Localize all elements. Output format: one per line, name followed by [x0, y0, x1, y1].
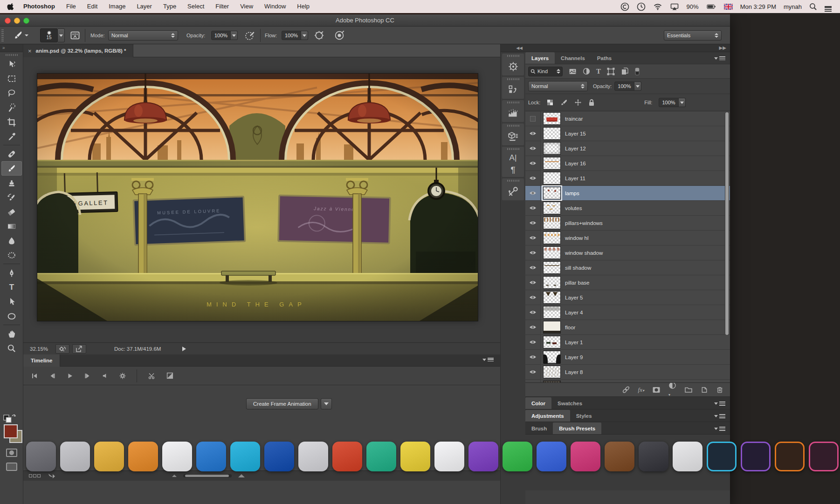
- options-grip[interactable]: [1, 27, 4, 44]
- gradient-tool[interactable]: [1, 219, 22, 233]
- dock-app-icon-12[interactable]: [400, 442, 430, 471]
- eyedropper-tool[interactable]: [1, 129, 22, 143]
- layer-visibility-eye-icon[interactable]: [525, 275, 541, 290]
- timeline-tab[interactable]: Timeline: [23, 354, 60, 367]
- layer-thumbnail[interactable]: [543, 321, 561, 334]
- layer-visibility-eye-icon[interactable]: [525, 186, 541, 200]
- dock-app-icon-17[interactable]: [571, 442, 600, 471]
- canvas-artwork[interactable]: MONTGALLET MUSEE DE LOUVRE Jazz à Vienne: [37, 74, 478, 321]
- layer-row-floor[interactable]: floor: [525, 320, 730, 335]
- layer-row-pillar-base[interactable]: pillar base: [525, 275, 730, 290]
- layer-visibility-eye-icon[interactable]: [525, 335, 541, 349]
- dock-app-icon-15[interactable]: [503, 442, 532, 471]
- dock-app-icon-1[interactable]: [26, 442, 56, 471]
- dock-app-icon-19[interactable]: [639, 442, 668, 471]
- layer-visibility-eye-icon[interactable]: [525, 320, 541, 334]
- threed-panel-group[interactable]: [502, 123, 524, 145]
- quick-select-tool[interactable]: [1, 100, 22, 115]
- tool-panel-collapse[interactable]: »: [0, 44, 23, 52]
- layer-row-sill-shadow[interactable]: sill shadow: [525, 260, 730, 275]
- tab-swatches[interactable]: Swatches: [551, 397, 588, 409]
- layer-name[interactable]: traincar: [565, 116, 583, 122]
- layer-visibility-eye-icon[interactable]: [525, 171, 541, 185]
- wifi-icon[interactable]: [653, 3, 662, 10]
- filter-image-icon[interactable]: [569, 68, 577, 75]
- type-panels-group[interactable]: A| ¶: [502, 147, 524, 177]
- delete-layer-icon[interactable]: [716, 386, 723, 394]
- input-language-flag-icon[interactable]: [724, 4, 733, 10]
- layer-visibility-eye-icon[interactable]: [525, 350, 541, 364]
- split-clip-icon[interactable]: [147, 372, 156, 380]
- layer-visibility-eye-icon[interactable]: [525, 245, 541, 260]
- character-panel-icon[interactable]: A|: [510, 154, 517, 162]
- play-button[interactable]: [66, 372, 74, 380]
- layer-visibility-eye-icon[interactable]: [525, 305, 541, 320]
- menu-photoshop[interactable]: Photoshop: [18, 0, 61, 13]
- layer-name[interactable]: sill shadow: [565, 265, 591, 271]
- dock-app-icon-11[interactable]: [366, 442, 396, 471]
- layer-visibility-empty[interactable]: [525, 111, 541, 126]
- next-frame-button[interactable]: [84, 372, 91, 380]
- panel-expand-arrows[interactable]: ▶▶: [525, 44, 730, 52]
- layer-name[interactable]: floor: [565, 325, 575, 330]
- layer-row-Layer-15[interactable]: Layer 15: [525, 126, 730, 141]
- layer-thumbnail[interactable]: [543, 306, 561, 319]
- default-swap-colors[interactable]: [3, 411, 17, 423]
- layer-opacity-control[interactable]: 100%: [614, 82, 641, 91]
- layer-thumbnail[interactable]: [543, 291, 561, 304]
- layer-thumbnail[interactable]: [543, 351, 561, 363]
- flow-control[interactable]: 100%: [282, 27, 308, 44]
- layer-thumbnail[interactable]: [543, 187, 561, 199]
- history-panel-group[interactable]: [502, 77, 524, 99]
- layer-thumbnail[interactable]: [543, 276, 561, 289]
- layer-visibility-eye-icon[interactable]: [525, 156, 541, 170]
- opacity-control[interactable]: 100%: [211, 27, 238, 44]
- layer-thumbnail[interactable]: [543, 112, 561, 125]
- layer-thumbnail[interactable]: [543, 157, 561, 170]
- layer-thumbnail[interactable]: [543, 202, 561, 214]
- layer-list-scrollbar[interactable]: [725, 112, 729, 335]
- filter-kind-select[interactable]: Kind: [528, 67, 563, 76]
- brush-tool[interactable]: [1, 161, 22, 176]
- layer-row-Layer-4[interactable]: Layer 4: [525, 305, 730, 320]
- layer-thumbnail[interactable]: [543, 366, 561, 378]
- layer-name[interactable]: pillar base: [565, 280, 589, 286]
- lock-all-icon[interactable]: [588, 99, 595, 106]
- dock-app-icon-8[interactable]: [264, 442, 294, 471]
- layer-visibility-empty[interactable]: [525, 380, 541, 383]
- lock-pixels-icon[interactable]: [560, 99, 568, 106]
- healing-tool[interactable]: [1, 147, 22, 161]
- timeline-panel-menu-icon[interactable]: [482, 358, 494, 362]
- layer-row-Layer-16[interactable]: Layer 16: [525, 156, 730, 171]
- tab-brush-presets[interactable]: Brush Presets: [553, 422, 601, 434]
- create-animation-dropdown[interactable]: [321, 398, 332, 409]
- layer-row-lamps[interactable]: lamps: [525, 186, 730, 201]
- tab-paths[interactable]: Paths: [591, 52, 618, 64]
- hand-tool[interactable]: [1, 327, 22, 341]
- layer-visibility-eye-icon[interactable]: [525, 126, 541, 141]
- layer-thumbnail[interactable]: [543, 232, 561, 244]
- workspace-select[interactable]: Essentials: [664, 30, 722, 41]
- dock-app-icon-22[interactable]: [741, 442, 771, 471]
- layer-visibility-eye-icon[interactable]: [525, 365, 541, 379]
- zoom-level[interactable]: 32.15%: [30, 346, 48, 352]
- document-tab[interactable]: × anim.psd @ 32.2% (lamps, RGB/8) *: [23, 44, 133, 57]
- layer-thumbnail[interactable]: [543, 261, 561, 274]
- menu-filter[interactable]: Filter: [210, 0, 234, 13]
- tool-panel-grip[interactable]: [6, 54, 18, 56]
- marquee-tool[interactable]: [1, 71, 22, 86]
- layer-style-fx-icon[interactable]: fx▾: [638, 386, 644, 394]
- tab-color[interactable]: Color: [525, 397, 551, 409]
- apple-menu-icon[interactable]: [7, 2, 14, 11]
- lasso-tool[interactable]: [1, 86, 22, 100]
- dodge-tool[interactable]: [1, 248, 22, 262]
- menu-type[interactable]: Type: [158, 0, 182, 13]
- layer-thumbnail[interactable]: [543, 336, 561, 348]
- layer-row-pillars+windows[interactable]: pillars+windows: [525, 216, 730, 231]
- layer-name[interactable]: Layer 12: [565, 146, 586, 151]
- move-tool[interactable]: [1, 57, 22, 71]
- filter-adjustment-icon[interactable]: [583, 68, 590, 75]
- dock-app-icon-13[interactable]: [434, 442, 464, 471]
- menu-select[interactable]: Select: [182, 0, 210, 13]
- type-tool[interactable]: T: [1, 280, 22, 294]
